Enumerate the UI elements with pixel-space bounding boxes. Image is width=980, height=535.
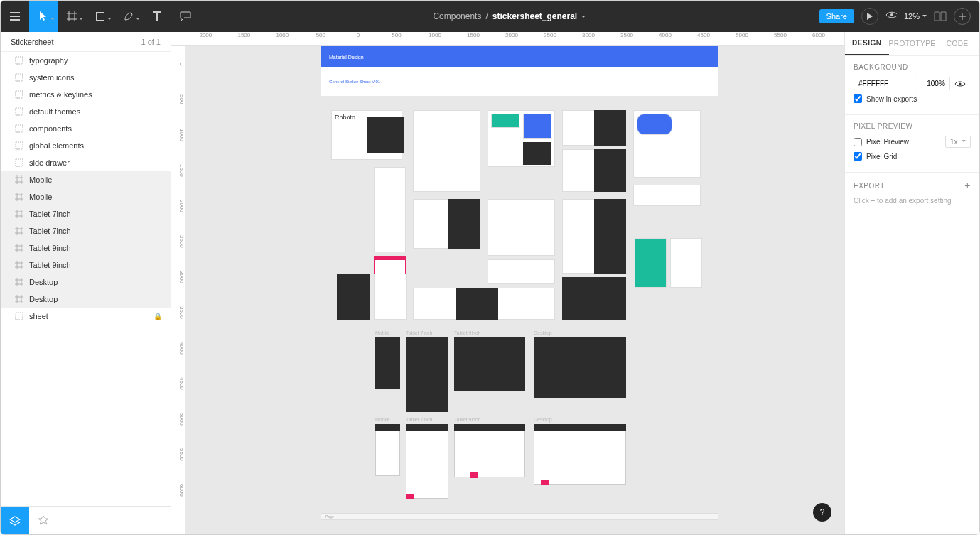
section-title: BACKGROUND [854, 63, 971, 71]
ruler-vertical: 0500100015002000250030003500400045005000… [171, 46, 185, 534]
component-icon [15, 124, 23, 133]
tab-design[interactable]: DESIGN [845, 32, 889, 55]
component-icon [15, 312, 23, 320]
component-icon [15, 56, 23, 65]
text-tool[interactable] [143, 1, 171, 32]
breadcrumb-document[interactable]: stickersheet_general [492, 11, 577, 21]
visibility-toggle-icon[interactable] [954, 80, 966, 87]
layer-row[interactable]: system icons [1, 69, 171, 86]
frame-tablet7[interactable] [406, 424, 448, 499]
pixel-preview-label: Pixel Preview [866, 138, 909, 146]
layer-name: Tablet 9inch [29, 261, 71, 269]
layer-row[interactable]: Tablet 7inch [1, 222, 171, 239]
canvas[interactable]: Material Design General Sticker Sheet V.… [185, 46, 844, 534]
layer-row[interactable]: metrics & keylines [1, 86, 171, 103]
layer-row[interactable]: global elements [1, 137, 171, 154]
breadcrumb-project[interactable]: Components [433, 11, 481, 21]
phone-dark [337, 274, 370, 320]
pink-fab [470, 472, 478, 478]
chevron-down-icon[interactable] [581, 16, 586, 20]
svg-rect-0 [97, 13, 104, 21]
top-toolbar: Components / stickersheet_general Share … [1, 1, 979, 32]
page-count: 1 of 1 [141, 38, 161, 46]
frame-header [454, 424, 525, 431]
layer-row[interactable]: sheet🔒 [1, 308, 171, 325]
pixel-grid-label: Pixel Grid [866, 153, 897, 161]
layer-name: Mobile [29, 193, 52, 201]
card-block [633, 185, 701, 206]
frame-mobile[interactable] [375, 337, 400, 389]
background-color-input[interactable] [854, 77, 917, 90]
comment-tool[interactable] [171, 1, 200, 32]
component-icon [15, 107, 23, 116]
hamburger-menu-icon[interactable] [1, 1, 29, 32]
page-selector[interactable]: Stickersheet 1 of 1 [1, 32, 171, 52]
chat-bubble [637, 114, 672, 135]
show-in-exports-checkbox[interactable] [854, 94, 862, 103]
pen-tool[interactable] [114, 1, 143, 32]
phone-mock [374, 167, 406, 252]
svg-point-10 [959, 82, 962, 85]
tab-prototype[interactable]: PROTOTYPE [889, 32, 936, 55]
add-export-button[interactable]: + [964, 180, 971, 191]
lock-icon[interactable]: 🔒 [154, 313, 162, 320]
background-section: BACKGROUND Show in exports [845, 56, 979, 115]
present-button[interactable] [861, 8, 878, 25]
frame-desktop[interactable] [534, 337, 626, 398]
frame-desktop[interactable] [534, 424, 626, 485]
layer-row[interactable]: Mobile [1, 171, 171, 188]
layer-row[interactable]: Desktop [1, 274, 171, 291]
pink-divider [374, 256, 406, 259]
left-bottom-tabs [1, 506, 171, 534]
inspector-tabs: DESIGN PROTOTYPE CODE [845, 32, 979, 56]
layer-row[interactable]: Mobile [1, 188, 171, 205]
pixel-grid-checkbox[interactable] [854, 152, 862, 161]
breadcrumb-sep: / [485, 11, 488, 21]
layer-row[interactable]: Tablet 9inch [1, 256, 171, 274]
svg-point-1 [890, 13, 893, 16]
frame-label: Desktop [534, 330, 552, 335]
frame-tablet7[interactable] [406, 337, 448, 412]
frame-icon [15, 227, 23, 235]
move-tool[interactable] [29, 1, 58, 32]
shape-tool[interactable] [86, 1, 114, 32]
layer-name: Tablet 7inch [29, 210, 71, 218]
background-opacity-input[interactable] [922, 77, 950, 90]
view-settings-icon[interactable] [885, 11, 897, 22]
layer-row[interactable]: Tablet 7inch [1, 205, 171, 222]
frame-icon [15, 210, 23, 218]
layer-name: sheet [29, 312, 48, 320]
layer-name: metrics & keylines [29, 90, 92, 99]
card-block [413, 110, 480, 192]
layer-row[interactable]: Tablet 9inch [1, 239, 171, 256]
zoom-control[interactable]: 12% [904, 12, 927, 21]
layer-row[interactable]: side drawer [1, 154, 171, 171]
layer-name: system icons [29, 73, 75, 82]
add-button[interactable] [954, 8, 971, 25]
help-button[interactable]: ? [813, 503, 831, 522]
frame-tablet9[interactable] [454, 337, 525, 391]
frame-tablet9[interactable] [454, 424, 525, 477]
share-button[interactable]: Share [819, 9, 854, 23]
frame-header [375, 424, 400, 431]
layer-row[interactable]: default themes [1, 103, 171, 120]
assets-tab[interactable] [29, 507, 58, 534]
frame-label: Tablet 7inch [406, 417, 432, 422]
pixel-preview-checkbox[interactable] [854, 138, 862, 146]
frame-tool[interactable] [58, 1, 86, 32]
library-icon[interactable] [934, 11, 947, 21]
component-icon [15, 141, 23, 150]
layer-row[interactable]: components [1, 120, 171, 137]
tab-code[interactable]: CODE [936, 32, 980, 55]
svg-rect-9 [16, 313, 23, 320]
card-block [562, 277, 626, 320]
inspector-panel: DESIGN PROTOTYPE CODE BACKGROUND Show in… [844, 32, 979, 534]
layers-tab[interactable] [1, 507, 29, 534]
pixel-preview-scale[interactable]: 1x [945, 136, 971, 148]
svg-rect-4 [16, 91, 23, 98]
layer-row[interactable]: Desktop [1, 291, 171, 308]
frame-mobile[interactable] [375, 424, 400, 476]
chevron-down-icon [922, 15, 927, 19]
blue-swatch [523, 114, 551, 139]
layer-row[interactable]: typography [1, 52, 171, 69]
